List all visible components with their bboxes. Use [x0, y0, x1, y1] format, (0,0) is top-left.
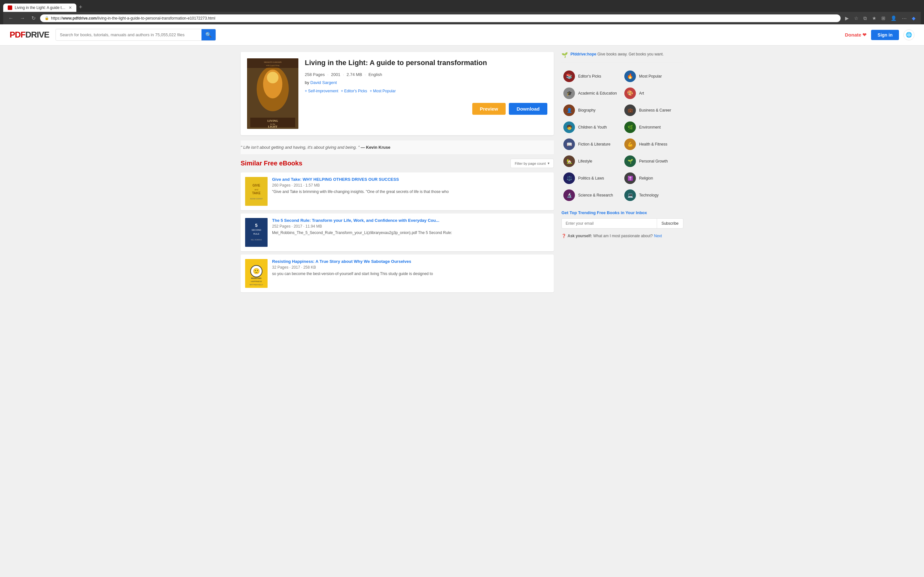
read-aloud-button[interactable]: ▶ — [843, 14, 851, 23]
meta-sep-2: · — [343, 72, 344, 77]
svg-text:📖: 📖 — [567, 142, 572, 147]
category-item-science[interactable]: 🔬 Science & Research — [561, 187, 622, 204]
category-item-environment[interactable]: 🌿 Environment — [622, 119, 683, 136]
download-button[interactable]: Download — [509, 103, 548, 115]
sidebar-hope: 🌱 Pfddrive:hope Give books away. Get boo… — [561, 52, 683, 63]
reload-button[interactable]: ↻ — [29, 14, 37, 23]
category-icon-science: 🔬 — [564, 189, 575, 201]
search-bar: 🔍 — [55, 29, 216, 41]
author-link[interactable]: David Sargent — [310, 80, 336, 85]
header-right: Donate ❤ Sign in 🌐 — [845, 29, 914, 40]
hope-text: Give books away. Get books you want. — [598, 52, 664, 56]
book-author: by David Sargent — [305, 80, 548, 85]
book-year: 2001 — [331, 72, 341, 77]
book-list-meta-3: 32 Pages · 2017 · 258 KB — [272, 265, 549, 269]
category-item-politics[interactable]: ⚖️ Politics & Laws — [561, 170, 622, 187]
email-input[interactable] — [561, 218, 657, 229]
bookmark-button[interactable]: ☆ — [852, 14, 860, 23]
favorites-button[interactable]: ★ — [870, 14, 878, 23]
book-thumb-2: 5 SECOND RULE MEL ROBBINS — [245, 218, 268, 247]
collections-button[interactable]: ⊞ — [879, 14, 887, 23]
browser-chrome: Living in the Light: A guide to p ✕ + ← … — [0, 0, 924, 24]
meta-sep-1: · — [327, 72, 328, 77]
category-item-academic[interactable]: 🎓 Academic & Education — [561, 85, 622, 102]
book-actions: Preview Download — [305, 103, 548, 115]
filter-dropdown[interactable]: Filter by page count ▾ — [510, 159, 554, 168]
ask-next-link[interactable]: Next — [654, 234, 662, 238]
globe-icon: 🌐 — [906, 32, 912, 38]
category-item-business[interactable]: 💼 Business & Career — [622, 102, 683, 119]
category-label-science: Science & Research — [578, 193, 613, 197]
category-icon-art: 🎨 — [624, 87, 636, 99]
ask-section: ❓ Ask yourself: What am I most passionat… — [561, 234, 683, 238]
tag-self-improvement[interactable]: Self-improvement — [305, 89, 338, 93]
book-list-desc-2: Mel_Robbins_The_5_Second_Rule_Transform_… — [272, 230, 549, 235]
categories-grid: 📚 Editor's Picks 🔥 Most Popular 🎓 Academ… — [561, 68, 683, 204]
svg-text:LIGHT: LIGHT — [268, 125, 278, 128]
svg-text:💻: 💻 — [628, 193, 633, 198]
category-item-religion[interactable]: ✝️ Religion — [622, 170, 683, 187]
book-list-title-2[interactable]: The 5 Second Rule: Transform your Life, … — [272, 218, 549, 223]
book-list-title-1[interactable]: Give and Take: WHY HELPING OTHERS DRIVES… — [272, 177, 549, 182]
split-view-button[interactable]: ⧉ — [861, 14, 869, 23]
ask-label: Ask yourself: — [567, 234, 592, 238]
category-icon-environment: 🌿 — [624, 121, 636, 133]
preview-button[interactable]: Preview — [472, 103, 506, 115]
ask-question: What am I most passionate about? — [593, 234, 653, 238]
category-item-children[interactable]: 🧒 Children & Youth — [561, 119, 622, 136]
language-button[interactable]: 🌐 — [903, 29, 914, 40]
category-item-health[interactable]: 💪 Health & Fitness — [622, 136, 683, 153]
thumb-5second-image: 5 SECOND RULE MEL ROBBINS — [245, 218, 268, 247]
list-item: 5 SECOND RULE MEL ROBBINS The 5 Second R… — [241, 213, 554, 251]
category-item-popular[interactable]: 🔥 Most Popular — [622, 68, 683, 85]
ask-icon: ❓ — [561, 234, 566, 238]
svg-text:✝️: ✝️ — [628, 176, 633, 181]
active-tab[interactable]: Living in the Light: A guide to p ✕ — [3, 3, 76, 12]
search-button[interactable]: 🔍 — [202, 29, 216, 40]
hope-link[interactable]: Pfddrive:hope — [570, 52, 596, 56]
category-item-personal[interactable]: 🌱 Personal Growth — [622, 153, 683, 170]
forward-button[interactable]: → — [18, 14, 27, 23]
list-item: 🙂 RESISTING HAPPINESS MATTHEW KELLY Resi… — [241, 255, 554, 292]
quote-attribution: — Kevin Kruse — [360, 145, 390, 150]
svg-text:TAKE: TAKE — [252, 191, 261, 195]
svg-text:5: 5 — [255, 223, 258, 228]
category-icon-children: 🧒 — [564, 121, 575, 133]
category-item-technology[interactable]: 💻 Technology — [622, 187, 683, 204]
toolbar-icons: ▶ ☆ ⧉ ★ ⊞ 👤 ⋯ ◆ — [843, 14, 918, 23]
signin-button[interactable]: Sign in — [871, 30, 899, 40]
page-wrapper: PDF DRIVE 🔍 Donate ❤ Sign in 🌐 — [0, 24, 924, 576]
search-input[interactable] — [56, 30, 202, 40]
profile-button[interactable]: 👤 — [889, 14, 899, 23]
category-label-fiction: Fiction & Literature — [578, 142, 611, 147]
svg-text:and: and — [254, 189, 258, 191]
svg-text:SECOND: SECOND — [252, 229, 261, 231]
book-list-meta-2: 252 Pages · 2017 · 11.94 MB — [272, 224, 549, 229]
svg-text:RULE: RULE — [254, 233, 260, 235]
category-item-biography[interactable]: 👤 Biography — [561, 102, 622, 119]
svg-text:with Laurel King: with Laurel King — [266, 64, 279, 66]
new-tab-button[interactable]: + — [76, 3, 85, 12]
browser-tabs: Living in the Light: A guide to p ✕ + — [3, 3, 921, 12]
category-icon-lifestyle: 🏡 — [564, 155, 575, 167]
back-button[interactable]: ← — [6, 14, 15, 23]
subscribe-button[interactable]: Subscribe — [657, 218, 683, 229]
tag-editors-picks[interactable]: Editor's Picks — [341, 89, 367, 93]
svg-text:RESISTING: RESISTING — [251, 277, 262, 279]
category-item-fiction[interactable]: 📖 Fiction & Literature — [561, 136, 622, 153]
category-label-technology: Technology — [639, 193, 659, 197]
address-bar[interactable]: 🔒 https://www.pdfdrive.com/living-in-the… — [40, 15, 841, 22]
category-item-art[interactable]: 🎨 Art — [622, 85, 683, 102]
thumb-resisting-image: 🙂 RESISTING HAPPINESS MATTHEW KELLY — [245, 259, 268, 288]
tag-most-popular[interactable]: Most Popular — [370, 89, 396, 93]
more-button[interactable]: ⋯ — [900, 14, 909, 23]
donate-button[interactable]: Donate ❤ — [845, 32, 867, 38]
svg-text:🌿: 🌿 — [628, 125, 633, 130]
book-list-title-3[interactable]: Resisting Happiness: A True Story about … — [272, 259, 549, 264]
svg-text:🔥: 🔥 — [627, 73, 633, 79]
site-logo[interactable]: PDF DRIVE — [10, 30, 49, 40]
extension-button[interactable]: ◆ — [910, 14, 918, 23]
category-item-editors[interactable]: 📚 Editor's Picks — [561, 68, 622, 85]
category-item-lifestyle[interactable]: 🏡 Lifestyle — [561, 153, 622, 170]
tab-close-button[interactable]: ✕ — [69, 5, 72, 10]
